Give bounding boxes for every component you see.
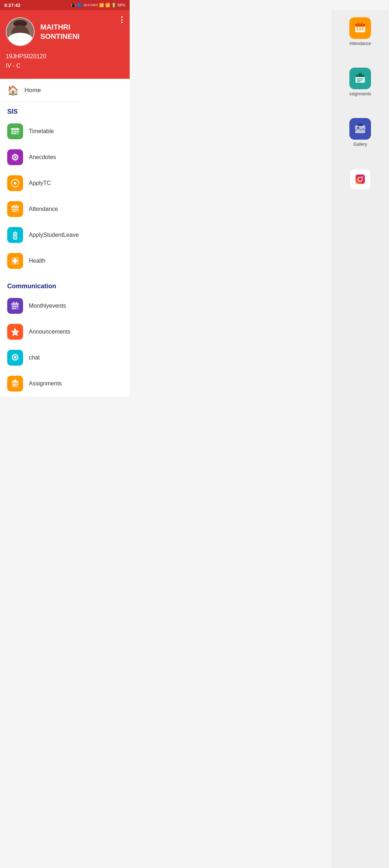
profile-header: MAITHRI SONTINENI 19JHPS020120 IV - C [0,10,130,79]
svg-point-66 [12,306,14,307]
monthlyevents-nav-item[interactable]: Monthlyevents [0,293,79,319]
timetable-label: Timetable [29,128,54,135]
health-icon [7,253,23,269]
data-speed: 18.0 KB/S [83,3,98,7]
chat-label: chat [29,354,40,361]
svg-rect-37 [14,131,16,132]
chat-icon-svg [10,353,20,363]
announcements-icon [7,324,23,340]
svg-rect-35 [11,128,19,130]
profile-top: MAITHRI SONTINENI [6,17,124,46]
home-label: Home [24,87,41,94]
profile-name-block: MAITHRI SONTINENI [40,22,80,41]
svg-rect-2 [17,33,23,38]
applyleave-icon-svg [10,230,20,240]
svg-point-69 [12,308,14,309]
communication-section-header: Communication [0,277,79,293]
applytc-icon-svg: i [10,178,20,188]
svg-rect-39 [12,133,14,134]
svg-text:i: i [14,181,15,186]
svg-point-68 [17,306,18,307]
svg-rect-72 [16,302,17,304]
svg-rect-38 [17,131,19,132]
svg-point-67 [14,306,16,307]
anecdotes-icon [7,149,23,165]
svg-point-43 [14,157,16,158]
attendance-nav-item[interactable]: Attendance [0,196,79,222]
svg-rect-56 [16,205,17,207]
more-options-icon[interactable]: ⋮ [118,15,126,24]
communication-title: Communication [7,282,56,290]
chat-icon [7,350,23,366]
svg-rect-79 [13,384,18,385]
avatar-svg [6,18,34,45]
assignments-label: Assignments [29,380,62,387]
svg-rect-50 [12,209,14,210]
timetable-nav-item[interactable]: Timetable [0,118,79,144]
avatar [6,17,35,46]
svg-rect-49 [12,206,19,208]
svg-rect-54 [14,211,16,212]
svg-rect-63 [12,260,18,262]
assignments-nav-item[interactable]: Assignments [0,371,79,397]
svg-rect-51 [14,209,16,210]
anecdotes-icon-svg [10,152,20,162]
svg-rect-60 [14,235,16,236]
vibrate-icon: 📳 [71,3,76,8]
assignments-icon [7,376,23,392]
svg-point-6 [22,28,24,31]
status-time: 6:27:42 [4,3,21,8]
monthlyevents-icon [7,298,23,314]
profile-id: 19JHPS020120 [6,52,124,61]
battery-percent: 58% [117,3,125,7]
svg-point-70 [14,308,16,309]
monthlyevents-icon-svg [10,301,20,311]
attendance-icon [7,201,23,217]
applyleave-label: ApplyStudentLeave [29,232,79,238]
chat-nav-item[interactable]: chat [0,345,79,371]
announcements-label: Announcements [29,329,71,335]
monthlyevents-label: Monthlyevents [29,303,66,309]
profile-class: IV - C [6,61,124,71]
attendance-icon-svg [10,204,20,214]
home-icon: 🏠 [7,85,19,96]
assignments-icon-svg [10,379,20,389]
status-icons: 📳 🔵 18.0 KB/S 📶 📶 🔋 58% [71,3,125,8]
battery-icon: 🔋 [111,3,116,8]
announcements-nav-item[interactable]: Announcements [0,319,79,345]
svg-rect-53 [12,211,14,212]
left-drawer: 🏠 Home SIS Timetable [0,79,79,397]
health-nav-item[interactable]: Health [0,248,79,274]
applytc-icon: i [7,175,23,191]
svg-rect-52 [17,209,18,210]
signal-icon: 📶 [105,3,110,8]
status-bar: 6:27:42 📳 🔵 18.0 KB/S 📶 📶 🔋 58% [0,0,130,10]
anecdotes-label: Anecdotes [29,154,56,161]
health-icon-svg [10,256,20,266]
svg-rect-36 [12,131,14,132]
svg-rect-81 [14,380,17,382]
svg-point-5 [17,28,19,31]
sis-title: SIS [7,108,18,115]
health-label: Health [29,258,45,264]
attendance-label: Attendance [29,206,58,212]
main-content: 🏠 Home SIS Timetable [0,79,130,397]
home-nav-item[interactable]: 🏠 Home [0,79,79,102]
svg-point-8 [12,28,14,31]
announcements-icon-svg [10,327,20,337]
wifi-icon: 📶 [99,3,104,8]
applytc-label: ApplyTC [29,180,51,186]
applyleave-nav-item[interactable]: ApplyStudentLeave [0,222,79,248]
bluetooth-icon: 🔵 [77,3,82,8]
applytc-nav-item[interactable]: i ApplyTC [0,170,79,196]
applyleave-icon [7,227,23,243]
timetable-icon [7,123,23,139]
svg-rect-55 [13,205,14,207]
svg-point-9 [26,28,28,31]
sis-section-header: SIS [0,102,79,118]
svg-point-44 [14,154,16,155]
svg-rect-40 [14,133,16,134]
anecdotes-nav-item[interactable]: Anecdotes [0,144,79,170]
svg-rect-80 [13,385,17,386]
svg-rect-71 [13,302,14,304]
